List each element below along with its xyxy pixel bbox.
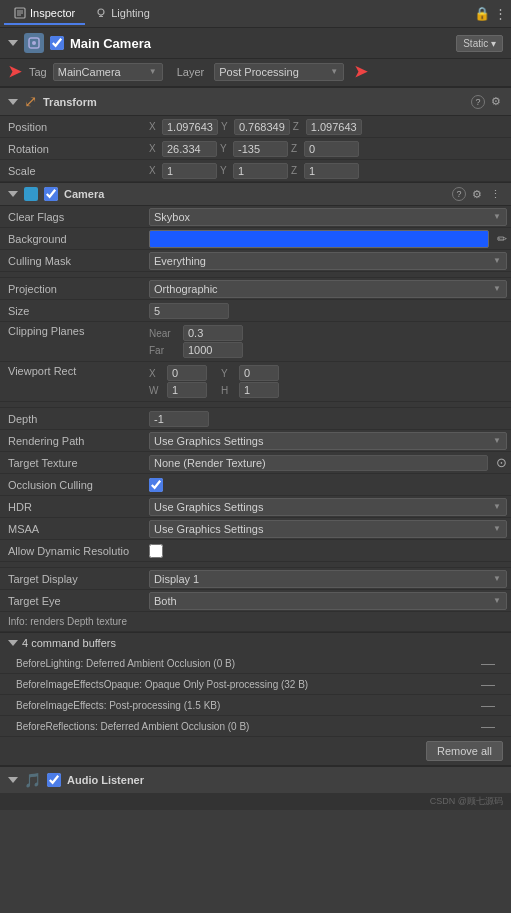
msaa-dropdown[interactable]: Use Graphics Settings (149, 520, 507, 538)
rot-z-label: Z (291, 143, 301, 154)
transform-actions: ? ⚙ (471, 95, 503, 109)
remove-all-button[interactable]: Remove all (426, 741, 503, 761)
pos-y-value[interactable]: 0.768349 (234, 119, 290, 135)
viewport-rect-row: Viewport Rect X 0 Y 0 W 1 H 1 (0, 362, 511, 402)
camera-more-icon[interactable]: ⋮ (488, 188, 503, 201)
rot-z-value[interactable]: 0 (304, 141, 359, 157)
camera-settings-icon[interactable]: ⚙ (470, 188, 484, 201)
tab-lighting[interactable]: Lighting (85, 3, 160, 25)
target-eye-dropdown[interactable]: Both (149, 592, 507, 610)
cmd-item-0-remove[interactable]: — (481, 655, 495, 671)
transform-icon: ⤢ (24, 92, 37, 111)
cmd-item-1-text: BeforeImageEffectsOpaque: Opaque Only Po… (16, 679, 308, 690)
target-display-row: Target Display Display 1 (0, 568, 511, 590)
depth-row: Depth -1 (0, 408, 511, 430)
near-label: Near (149, 328, 177, 339)
pos-x-value[interactable]: 1.097643 (162, 119, 218, 135)
clipping-planes-value: Near 0.3 Far 1000 (145, 325, 511, 358)
culling-mask-dropdown[interactable]: Everything (149, 252, 507, 270)
target-texture-input[interactable]: None (Render Texture) (149, 455, 488, 471)
vp-w-value[interactable]: 1 (167, 382, 207, 398)
gameobject-active-checkbox[interactable] (50, 36, 64, 50)
scale-y-label: Y (220, 165, 230, 176)
cmd-item-3-remove[interactable]: — (481, 718, 495, 734)
target-texture-value: None (Render Texture) ⊙ (145, 455, 511, 471)
gameobject-name: Main Camera (70, 36, 450, 51)
viewport-rect-value: X 0 Y 0 W 1 H 1 (145, 365, 511, 398)
transform-section-header[interactable]: ⤢ Transform ? ⚙ (0, 87, 511, 116)
clear-flags-dropdown[interactable]: Skybox (149, 208, 507, 226)
pos-z-value[interactable]: 1.097643 (306, 119, 362, 135)
background-edit-icon[interactable]: ✏ (497, 232, 507, 246)
audio-active-checkbox[interactable] (47, 773, 61, 787)
allow-dynamic-checkbox[interactable] (149, 544, 163, 558)
background-value: ✏ (145, 230, 511, 248)
camera-collapse[interactable] (8, 191, 18, 197)
cmd-collapse[interactable] (8, 640, 18, 646)
rotation-values: X 26.334 Y -135 Z 0 (145, 141, 511, 157)
vp-x-label: X (149, 368, 161, 379)
rot-x-value[interactable]: 26.334 (162, 141, 217, 157)
depth-value: -1 (145, 411, 511, 427)
more-icon[interactable]: ⋮ (494, 6, 507, 21)
target-display-dropdown[interactable]: Display 1 (149, 570, 507, 588)
pos-z-label: Z (293, 121, 303, 132)
tag-label: Tag (29, 66, 47, 78)
near-value[interactable]: 0.3 (183, 325, 243, 341)
near-row: Near 0.3 (149, 325, 507, 341)
vp-y-label: Y (221, 368, 233, 379)
lock-icon[interactable]: 🔒 (474, 6, 490, 21)
transform-settings-icon[interactable]: ⚙ (489, 95, 503, 108)
tag-dropdown[interactable]: MainCamera (53, 63, 163, 81)
hdr-label: HDR (0, 501, 145, 513)
tab-inspector[interactable]: Inspector (4, 3, 85, 25)
cmd-item-2-remove[interactable]: — (481, 697, 495, 713)
camera-section-header[interactable]: Camera ? ⚙ ⋮ (0, 182, 511, 206)
hdr-dropdown[interactable]: Use Graphics Settings (149, 498, 507, 516)
scale-z-value[interactable]: 1 (304, 163, 359, 179)
scale-x-value[interactable]: 1 (162, 163, 217, 179)
camera-active-checkbox[interactable] (44, 187, 58, 201)
projection-dropdown[interactable]: Orthographic (149, 280, 507, 298)
svg-point-8 (32, 41, 36, 45)
command-buffers-header[interactable]: 4 command buffers (0, 633, 511, 653)
cmd-item-2-text: BeforeImageEffects: Post-processing (1.5… (16, 700, 220, 711)
size-label: Size (0, 305, 145, 317)
layer-dropdown[interactable]: Post Processing (214, 63, 344, 81)
depth-input[interactable]: -1 (149, 411, 209, 427)
background-color-swatch[interactable] (149, 230, 489, 248)
rendering-path-row: Rendering Path Use Graphics Settings (0, 430, 511, 452)
far-label: Far (149, 345, 177, 356)
target-texture-label: Target Texture (0, 457, 145, 469)
static-button[interactable]: Static ▾ (456, 35, 503, 52)
target-display-label: Target Display (0, 573, 145, 585)
transform-collapse[interactable] (8, 99, 18, 105)
camera-help-icon[interactable]: ? (452, 187, 466, 201)
camera-title: Camera (64, 188, 446, 200)
scale-y-value[interactable]: 1 (233, 163, 288, 179)
target-texture-pick-icon[interactable]: ⊙ (496, 455, 507, 470)
tab-lighting-label: Lighting (111, 7, 150, 19)
vp-y-value[interactable]: 0 (239, 365, 279, 381)
audio-collapse[interactable] (8, 777, 18, 783)
collapse-arrow[interactable] (8, 40, 18, 46)
target-eye-row: Target Eye Both (0, 590, 511, 612)
cmd-item-3-text: BeforeReflections: Deferred Ambient Occl… (16, 721, 249, 732)
cmd-item-1-remove[interactable]: — (481, 676, 495, 692)
size-input[interactable]: 5 (149, 303, 229, 319)
rendering-path-value: Use Graphics Settings (145, 432, 511, 450)
inspector-icon (14, 7, 26, 19)
vp-x-value[interactable]: 0 (167, 365, 207, 381)
size-value: 5 (145, 303, 511, 319)
scale-row: Scale X 1 Y 1 Z 1 (0, 160, 511, 182)
rot-y-value[interactable]: -135 (233, 141, 288, 157)
transform-help-icon[interactable]: ? (471, 95, 485, 109)
occlusion-culling-checkbox[interactable] (149, 478, 163, 492)
scale-xyz: X 1 Y 1 Z 1 (149, 163, 507, 179)
rendering-path-dropdown[interactable]: Use Graphics Settings (149, 432, 507, 450)
occlusion-culling-value (145, 478, 511, 492)
culling-mask-value: Everything (145, 252, 511, 270)
far-value[interactable]: 1000 (183, 342, 243, 358)
vp-h-value[interactable]: 1 (239, 382, 279, 398)
msaa-row: MSAA Use Graphics Settings (0, 518, 511, 540)
